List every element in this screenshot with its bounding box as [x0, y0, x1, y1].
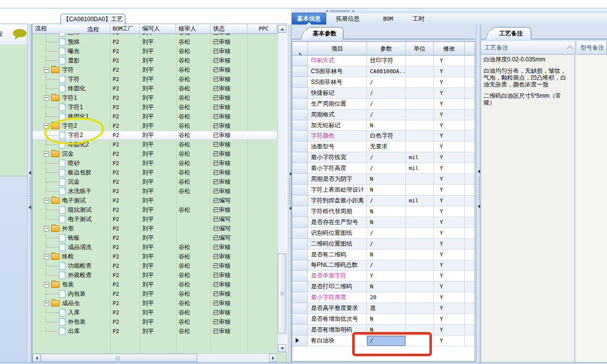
param-value-cell[interactable]: N [367, 206, 406, 217]
select-all-icon[interactable] [299, 45, 305, 56]
param-value-cell[interactable]: 20 [367, 292, 406, 303]
expand-collapse-icon[interactable] [44, 198, 49, 203]
param-row[interactable]: 生产周期位置/Y [292, 99, 475, 110]
param-modify-cell[interactable]: Y [434, 303, 465, 314]
param-row[interactable]: 快捷标记/Y [292, 88, 475, 99]
param-row[interactable]: 字符上表面处理设计NY [292, 185, 475, 196]
param-modify-cell[interactable]: Y [434, 260, 465, 271]
tree-row[interactable]: 曝光P2刘平谷松已审核 [32, 47, 276, 56]
param-row[interactable]: 最小字符线宽/milY [292, 152, 475, 163]
collapse-left-icon[interactable] [478, 169, 480, 173]
splitter-grip[interactable] [289, 178, 290, 204]
collapse-left-icon[interactable] [29, 171, 31, 175]
param-modify-cell[interactable]: Y [434, 141, 465, 152]
param-item-cell[interactable]: 字符上表面处理设计 [308, 185, 367, 196]
tree-row[interactable]: 字符P2刘平谷松已审核 [32, 75, 276, 84]
param-item-cell[interactable]: 是否存在生产型号 [308, 217, 367, 228]
param-unit-cell[interactable] [406, 281, 434, 292]
param-row[interactable]: 是否单面字符YY [292, 271, 475, 281]
tree-row[interactable]: 终检P2刘平谷松已审核 [32, 252, 276, 261]
param-modify-cell[interactable]: Y [434, 77, 465, 88]
param-unit-cell[interactable] [406, 174, 434, 185]
row-gutter-cell[interactable] [292, 163, 308, 174]
tab-工时[interactable]: 工时 [408, 13, 429, 25]
flow-hscroll-thumb[interactable] [41, 354, 197, 362]
param-value-cell[interactable]: / [367, 152, 406, 163]
row-gutter-cell[interactable] [292, 141, 308, 152]
param-unit-cell[interactable]: mil [406, 196, 434, 206]
param-row[interactable]: 是否高平整度要求是Y [292, 303, 475, 314]
notes-group-tab[interactable]: 工艺备注 [491, 27, 531, 39]
row-gutter-cell[interactable] [292, 77, 308, 88]
tree-row[interactable]: 外包装P2刘平谷松已审核 [32, 317, 276, 327]
row-gutter-cell[interactable] [292, 336, 308, 346]
comment-bubble-icon[interactable] [13, 29, 27, 37]
param-value-cell[interactable]: Y [367, 271, 406, 281]
param-modify-cell[interactable]: Y [434, 271, 465, 281]
tree-row[interactable]: 沉金P2刘平谷松已审核 [32, 177, 276, 187]
param-value-cell[interactable]: N [367, 281, 406, 292]
param-item-cell[interactable]: 最小字符厚度 [308, 292, 367, 303]
param-value-cell[interactable]: N [367, 120, 406, 131]
tree-row[interactable]: 电子测试P2刘平已编写 [32, 215, 276, 224]
param-unit-cell[interactable] [406, 217, 434, 228]
splitter-grip[interactable] [479, 177, 480, 202]
collapse-left-icon[interactable] [478, 204, 480, 208]
param-item-cell[interactable]: 字符框代替周期 [308, 206, 367, 217]
param-modify-cell[interactable]: Y [434, 325, 465, 336]
tree-row[interactable]: 显影P2刘平谷松已审核 [32, 56, 276, 65]
collapse-left-icon[interactable] [289, 206, 291, 210]
param-item-cell[interactable]: 是否打印二维码 [308, 281, 367, 292]
param-value-cell[interactable]: / [367, 110, 406, 120]
param-row[interactable]: SS面菲林号/Y [292, 77, 475, 88]
flow-vertical-scrollbar[interactable] [277, 25, 287, 352]
param-unit-cell[interactable] [406, 250, 434, 260]
param-item-cell[interactable]: 快捷标记 [308, 88, 367, 99]
param-item-cell[interactable]: 字符到焊盘最小距离 [308, 196, 367, 206]
expand-collapse-icon[interactable] [44, 67, 49, 73]
param-row[interactable]: 二维码位置图纸/Y [292, 239, 475, 250]
param-modify-cell[interactable]: Y [434, 163, 465, 174]
row-gutter-cell[interactable] [292, 292, 308, 303]
param-row[interactable]: 加无铅标记NY [292, 120, 475, 131]
expand-collapse-icon[interactable] [44, 95, 49, 101]
param-value-cell[interactable]: / [367, 228, 406, 239]
param-unit-cell[interactable] [406, 314, 434, 325]
param-value-cell[interactable]: / [367, 99, 406, 110]
param-value-cell[interactable]: N [367, 174, 406, 185]
param-value-cell[interactable]: N [367, 185, 406, 196]
param-value-cell[interactable]: N [367, 250, 406, 260]
param-row[interactable]: 字符框代替周期NY [292, 206, 475, 217]
param-item-cell[interactable]: 加无铅标记 [308, 120, 367, 131]
param-item-cell[interactable]: 是否单面字符 [308, 271, 367, 281]
param-unit-cell[interactable] [406, 271, 434, 281]
param-unit-cell[interactable] [406, 66, 434, 77]
param-value-cell[interactable]: N [367, 314, 406, 325]
param-group-tab[interactable]: 基本参数 [306, 27, 343, 39]
param-item-cell[interactable]: CS面菲林号 [308, 66, 367, 77]
scroll-left-button[interactable] [32, 354, 40, 362]
param-unit-cell[interactable] [406, 99, 434, 110]
param-unit-cell[interactable] [406, 88, 434, 99]
param-item-cell[interactable]: 最小字符线宽 [308, 152, 367, 163]
flow-horizontal-scrollbar[interactable] [32, 353, 277, 363]
param-unit-cell[interactable]: mil [406, 163, 434, 174]
param-modify-cell[interactable]: Y [434, 174, 465, 185]
param-value-cell[interactable]: 是 [367, 303, 406, 314]
model-notes-text-area[interactable] [577, 55, 607, 362]
param-unit-cell[interactable] [406, 56, 434, 66]
param-item-cell[interactable]: 是否高平整度要求 [308, 303, 367, 314]
notes-splitter[interactable] [476, 25, 481, 363]
param-value-cell[interactable]: N [367, 217, 406, 228]
tree-row[interactable]: 内包装P2刘平谷松已审核 [32, 289, 276, 299]
param-unit-cell[interactable] [406, 239, 434, 250]
tab-基本信息[interactable]: 基本信息 [292, 13, 326, 25]
param-value-cell[interactable]: / [367, 260, 406, 271]
tree-row[interactable]: 出库P2刘平谷松已审核 [32, 327, 276, 336]
expand-collapse-icon[interactable] [44, 301, 49, 306]
param-item-cell[interactable]: 是否有二维码 [308, 250, 367, 260]
param-item-cell[interactable]: 印刷方式 [308, 56, 367, 66]
tab-拓展信息[interactable]: 拓展信息 [331, 13, 364, 25]
row-gutter-cell[interactable] [292, 174, 308, 185]
param-unit-cell[interactable] [406, 110, 434, 120]
